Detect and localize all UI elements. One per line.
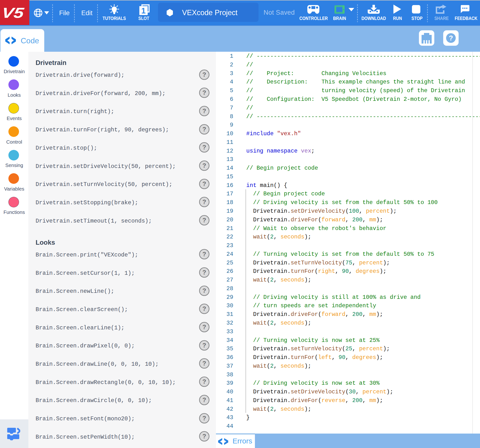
svg-text:1: 1 — [141, 6, 146, 15]
svg-text:?: ? — [449, 34, 453, 42]
